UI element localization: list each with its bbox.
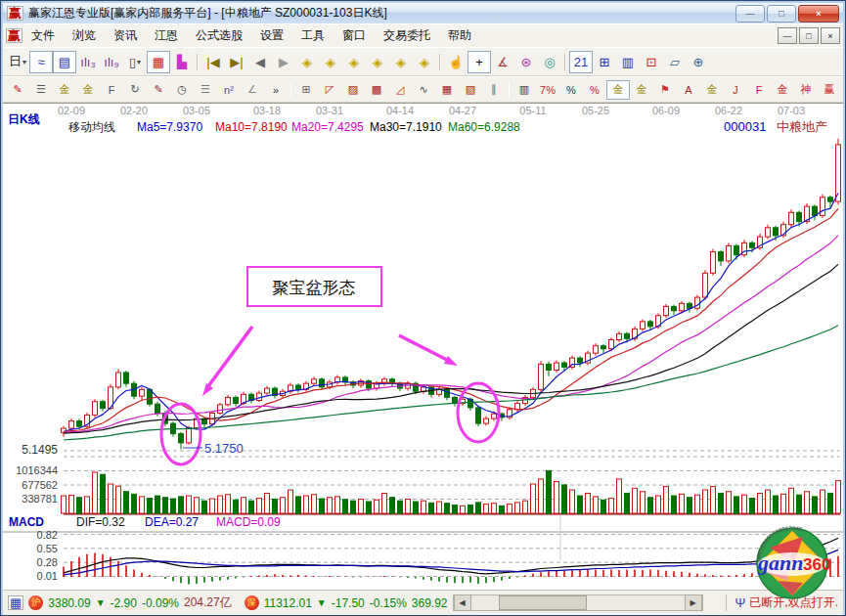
- gold-circle-button[interactable]: 金: [606, 80, 630, 100]
- candle-body[interactable]: [492, 414, 497, 418]
- mdi-minimize-button[interactable]: —: [778, 27, 797, 44]
- candle-body[interactable]: [735, 245, 739, 254]
- gold-lines-button[interactable]: 金: [53, 80, 76, 100]
- transfer-button[interactable]: ⊕: [687, 51, 710, 73]
- spiral-button[interactable]: ↻: [123, 80, 147, 100]
- fib-lines-button[interactable]: F: [100, 80, 123, 100]
- candle-body[interactable]: [312, 379, 317, 383]
- f-angle-button[interactable]: F: [747, 80, 771, 100]
- candle-body[interactable]: [703, 273, 708, 297]
- si-angle-button[interactable]: 四: [841, 80, 846, 100]
- zigzag-button[interactable]: ∿: [412, 80, 435, 100]
- gann-diamond-vertical-button[interactable]: ◈: [413, 51, 436, 73]
- candle-body[interactable]: [594, 346, 599, 353]
- candle-body[interactable]: [797, 212, 802, 221]
- ray-button[interactable]: ◿: [388, 80, 412, 100]
- candle-body[interactable]: [750, 242, 755, 247]
- color-volume-button[interactable]: ▙: [170, 51, 194, 73]
- menu-item-8[interactable]: 交易委托: [375, 24, 439, 47]
- n-square-button[interactable]: n²: [217, 80, 241, 100]
- candle-body[interactable]: [625, 333, 630, 338]
- gold-line-button[interactable]: 金: [630, 80, 653, 100]
- angle-measure-button[interactable]: ∡: [491, 51, 514, 73]
- candle-body[interactable]: [609, 340, 614, 349]
- candle-body[interactable]: [672, 306, 677, 310]
- gold-angle-button[interactable]: 金: [700, 80, 724, 100]
- menu-item-0[interactable]: 文件: [22, 24, 64, 47]
- candle-body[interactable]: [93, 402, 98, 416]
- candle-body[interactable]: [234, 397, 239, 403]
- candle-body[interactable]: [821, 198, 825, 216]
- candle-body[interactable]: [578, 358, 583, 363]
- calendar-button[interactable]: 21: [569, 51, 593, 73]
- map-mode-button[interactable]: ▦: [147, 51, 170, 73]
- candle-body[interactable]: [476, 408, 481, 423]
- scrollbar-track[interactable]: [471, 595, 685, 610]
- candle-body[interactable]: [727, 245, 732, 261]
- export-button[interactable]: ▱: [663, 51, 687, 73]
- crosshair-button[interactable]: +: [468, 51, 491, 73]
- candle-body[interactable]: [601, 346, 606, 349]
- menu-item-4[interactable]: 公式选股: [187, 24, 251, 47]
- candle-body[interactable]: [562, 363, 567, 367]
- candle-body[interactable]: [828, 198, 833, 201]
- candle-body[interactable]: [774, 228, 779, 236]
- gann-diamond-expand-button[interactable]: ◈: [366, 51, 389, 73]
- flag-button[interactable]: ⚑: [653, 80, 677, 100]
- gann-rose-button[interactable]: ⊛: [514, 51, 538, 73]
- info-panel-button[interactable]: ▤: [53, 51, 76, 73]
- time-lines-button[interactable]: ☰: [29, 80, 53, 100]
- net-box-button[interactable]: ▩: [365, 80, 388, 100]
- candle-body[interactable]: [539, 364, 544, 389]
- candle-body[interactable]: [641, 322, 646, 329]
- gann-diamond-right-button[interactable]: ◈: [319, 51, 342, 73]
- minute-9-button[interactable]: ılı₉: [100, 51, 123, 73]
- angle-ruler-button[interactable]: ∠: [241, 80, 264, 100]
- candle-body[interactable]: [711, 252, 716, 274]
- notes-button[interactable]: ▥: [616, 51, 640, 73]
- candle-body[interactable]: [648, 322, 653, 327]
- percent-line-button[interactable]: %: [583, 80, 606, 100]
- candle-body[interactable]: [265, 388, 270, 393]
- hash-lines-button[interactable]: ☰: [194, 80, 217, 100]
- percent-button[interactable]: %: [559, 80, 583, 100]
- calculator-button[interactable]: ⊞: [593, 51, 616, 73]
- first-page-button[interactable]: |◀: [201, 51, 225, 73]
- price-bars-button[interactable]: ▥: [512, 80, 536, 100]
- gann-diamond-all-button[interactable]: ◈: [389, 51, 413, 73]
- maximize-button[interactable]: □: [767, 5, 796, 22]
- ying-angle-button[interactable]: 赢: [818, 80, 841, 100]
- candle-body[interactable]: [124, 373, 129, 383]
- gann-diamond-compress-button[interactable]: ◈: [342, 51, 366, 73]
- scrollbar-thumb[interactable]: [499, 595, 587, 610]
- red-grid-button[interactable]: ▦: [435, 80, 459, 100]
- scroll-right-icon[interactable]: ▶: [685, 594, 702, 611]
- time-circle-button[interactable]: ◷: [170, 80, 194, 100]
- prev-page-button[interactable]: ◀: [248, 51, 272, 73]
- fan-button[interactable]: ◸: [318, 80, 341, 100]
- gold-angle-2-button[interactable]: 金: [771, 80, 794, 100]
- candle-body[interactable]: [179, 434, 184, 443]
- next-page-button[interactable]: ▶: [272, 51, 295, 73]
- trend-wave-button[interactable]: ≈: [29, 51, 53, 73]
- candle-body[interactable]: [140, 389, 145, 396]
- candle-body[interactable]: [555, 363, 559, 370]
- grid-arrow-button[interactable]: ▧: [459, 80, 482, 100]
- kline-style-button[interactable]: 日▾: [6, 51, 29, 73]
- candle-body[interactable]: [187, 427, 192, 443]
- menu-item-9[interactable]: 帮助: [439, 24, 480, 47]
- candle-body[interactable]: [617, 333, 622, 339]
- neural-button[interactable]: ◎: [538, 51, 561, 73]
- candle-body[interactable]: [719, 252, 724, 261]
- quote-board-icon[interactable]: ▦: [8, 595, 23, 610]
- horizontal-scrollbar[interactable]: ◀ ▶: [453, 594, 703, 611]
- menu-item-2[interactable]: 资讯: [105, 24, 146, 47]
- parallel-button[interactable]: ∥: [482, 80, 506, 100]
- close-button[interactable]: ×: [798, 5, 839, 22]
- candle-body[interactable]: [116, 373, 121, 387]
- j-angle-button[interactable]: J: [724, 80, 747, 100]
- percent-cross-button[interactable]: 7%: [536, 80, 559, 100]
- save-button[interactable]: ⊡: [640, 51, 663, 73]
- candle-body[interactable]: [813, 206, 818, 215]
- candle-body[interactable]: [320, 379, 325, 387]
